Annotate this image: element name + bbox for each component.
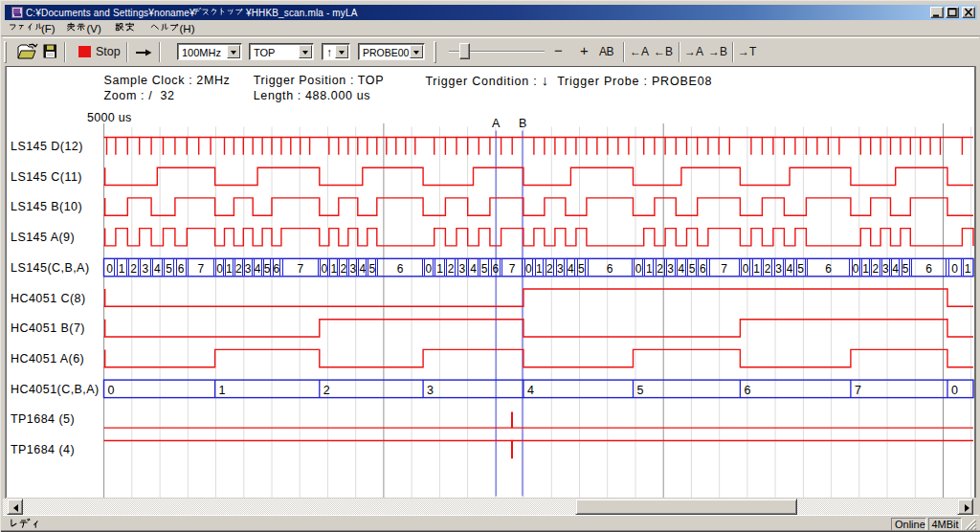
svg-text:2: 2: [873, 262, 880, 276]
svg-text:3: 3: [882, 262, 889, 276]
svg-text:1: 1: [536, 262, 543, 276]
svg-text:5: 5: [637, 384, 644, 397]
svg-text:0: 0: [635, 262, 642, 276]
svg-text:4: 4: [359, 262, 366, 276]
svg-text:2: 2: [235, 262, 242, 276]
svg-text:1: 1: [646, 262, 653, 276]
svg-text:5: 5: [902, 262, 909, 276]
svg-text:6: 6: [492, 262, 499, 276]
svg-text:2: 2: [323, 384, 330, 397]
svg-text:1: 1: [965, 262, 971, 276]
svg-text:0: 0: [743, 262, 749, 276]
svg-text:6: 6: [397, 262, 404, 276]
svg-text:3: 3: [427, 384, 434, 397]
svg-text:7: 7: [721, 262, 727, 276]
svg-text:5: 5: [264, 262, 271, 276]
svg-text:4: 4: [255, 262, 261, 276]
svg-text:1: 1: [330, 262, 337, 276]
svg-text:0: 0: [951, 384, 958, 397]
svg-text:1: 1: [119, 262, 125, 276]
svg-text:5: 5: [578, 262, 585, 276]
svg-text:4: 4: [527, 384, 534, 397]
svg-text:5: 5: [166, 262, 172, 276]
svg-text:6: 6: [700, 262, 706, 276]
svg-text:5: 5: [481, 262, 488, 276]
svg-text:0: 0: [216, 262, 223, 276]
svg-text:6: 6: [925, 262, 932, 276]
svg-text:4: 4: [154, 262, 161, 276]
svg-text:3: 3: [458, 262, 465, 276]
svg-text:3: 3: [667, 262, 674, 276]
svg-text:5: 5: [797, 262, 804, 276]
svg-text:2: 2: [657, 262, 663, 276]
svg-text:7: 7: [298, 262, 304, 276]
svg-text:2: 2: [546, 262, 553, 276]
svg-text:1: 1: [753, 262, 760, 276]
svg-text:5: 5: [368, 262, 375, 276]
svg-text:0: 0: [106, 262, 113, 276]
svg-text:3: 3: [143, 262, 149, 276]
svg-text:0: 0: [426, 262, 433, 276]
svg-text:0: 0: [853, 262, 859, 276]
svg-text:1: 1: [862, 262, 869, 276]
svg-text:1: 1: [219, 384, 226, 397]
svg-text:6: 6: [825, 262, 832, 276]
svg-text:3: 3: [245, 262, 252, 276]
svg-text:2: 2: [130, 262, 137, 276]
svg-text:6: 6: [274, 262, 280, 276]
svg-text:2: 2: [340, 262, 346, 276]
svg-text:3: 3: [775, 262, 782, 276]
svg-text:0: 0: [321, 262, 327, 276]
svg-text:4: 4: [679, 262, 685, 276]
svg-text:6: 6: [744, 384, 750, 397]
svg-text:2: 2: [765, 262, 771, 276]
svg-text:1: 1: [226, 262, 233, 276]
svg-text:7: 7: [855, 384, 861, 397]
svg-text:4: 4: [568, 262, 574, 276]
svg-text:0: 0: [525, 262, 532, 276]
svg-text:7: 7: [198, 262, 205, 276]
svg-text:6: 6: [178, 262, 185, 276]
svg-text:0: 0: [951, 262, 958, 276]
svg-text:5: 5: [689, 262, 696, 276]
svg-text:3: 3: [349, 262, 356, 276]
svg-text:4: 4: [470, 262, 477, 276]
svg-text:7: 7: [509, 262, 516, 276]
svg-text:0: 0: [108, 384, 115, 397]
svg-text:4: 4: [892, 262, 899, 276]
svg-text:2: 2: [448, 262, 455, 276]
svg-text:3: 3: [557, 262, 564, 276]
svg-text:4: 4: [787, 262, 793, 276]
svg-text:6: 6: [607, 262, 613, 276]
svg-text:1: 1: [436, 262, 443, 276]
